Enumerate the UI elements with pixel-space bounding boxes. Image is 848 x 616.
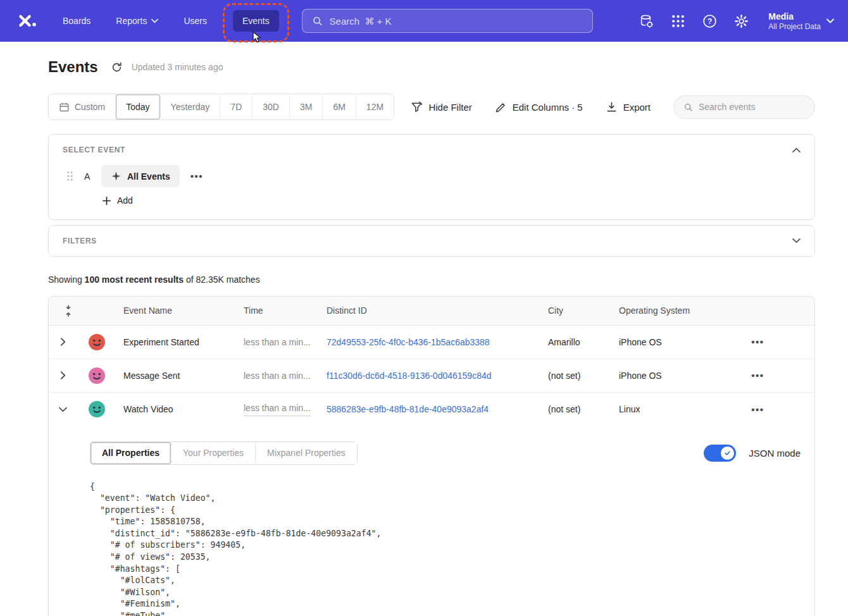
table-row[interactable]: Experiment Started less than a min... 72… bbox=[49, 326, 814, 359]
drag-handle-icon[interactable] bbox=[66, 171, 73, 182]
chevron-up-icon[interactable] bbox=[792, 147, 801, 153]
col-header-os: Operating System bbox=[613, 305, 708, 316]
tab-mixpanel-properties[interactable]: Mixpanel Properties bbox=[256, 442, 357, 464]
nav-item-boards[interactable]: Boards bbox=[53, 10, 100, 32]
data-management-icon[interactable] bbox=[639, 14, 654, 28]
search-events-field[interactable] bbox=[673, 95, 815, 119]
edit-columns-label: Edit Columns · 5 bbox=[513, 102, 583, 113]
row-more-button[interactable]: ••• bbox=[751, 336, 764, 347]
collapse-all-icon[interactable] bbox=[64, 305, 73, 317]
controls-row: Custom Today Yesterday 7D 30D 3M 6M 12M … bbox=[48, 94, 815, 120]
page-header: Events Updated 3 minutes ago bbox=[48, 58, 815, 76]
event-row-label: A bbox=[84, 171, 90, 182]
apps-grid-icon[interactable] bbox=[671, 14, 685, 28]
filters-header[interactable]: FILTERS bbox=[49, 226, 814, 256]
chevron-down-icon[interactable] bbox=[59, 405, 67, 414]
event-selector-chip[interactable]: All Events bbox=[101, 165, 180, 187]
page-title: Events bbox=[48, 58, 98, 76]
nav-item-boards-label: Boards bbox=[63, 16, 90, 26]
json-mode-toggle[interactable] bbox=[704, 445, 736, 462]
date-30d-label: 30D bbox=[263, 102, 279, 112]
properties-tabs: All Properties Your Properties Mixpanel … bbox=[90, 441, 358, 465]
navbar-search-input[interactable] bbox=[330, 16, 583, 27]
project-switcher[interactable]: Media All Project Data bbox=[768, 11, 834, 31]
date-6m-button[interactable]: 6M bbox=[323, 94, 356, 120]
cell-event-name: Message Sent bbox=[117, 371, 237, 381]
mixpanel-logo-icon[interactable] bbox=[18, 13, 37, 28]
chevron-down-icon[interactable] bbox=[792, 238, 801, 243]
refresh-icon[interactable] bbox=[111, 61, 123, 73]
row-more-button[interactable]: ••• bbox=[751, 370, 764, 381]
cell-time: less than a min... bbox=[237, 371, 320, 381]
table-row[interactable]: Message Sent less than a min... f11c30d6… bbox=[49, 359, 814, 393]
cell-event-name: Experiment Started bbox=[117, 337, 237, 347]
cell-time: less than a min... bbox=[244, 403, 311, 416]
cell-city: (not set) bbox=[542, 371, 613, 381]
svg-text:?: ? bbox=[708, 16, 713, 25]
project-scope: All Project Data bbox=[768, 22, 821, 31]
nav-item-users-label: Users bbox=[184, 16, 207, 26]
export-button[interactable]: Export bbox=[606, 101, 651, 113]
avatar bbox=[89, 367, 105, 384]
table-row-expanded[interactable]: Watch Video less than a min... 5886283e-… bbox=[49, 393, 814, 426]
nav-item-events[interactable]: Events bbox=[233, 10, 279, 32]
add-event-button[interactable]: Add bbox=[102, 195, 133, 206]
col-header-time: Time bbox=[237, 305, 320, 316]
cell-event-name: Watch Video bbox=[117, 404, 237, 414]
date-30d-button[interactable]: 30D bbox=[253, 94, 290, 120]
hide-filter-label: Hide Filter bbox=[428, 102, 471, 113]
help-icon[interactable]: ? bbox=[702, 14, 717, 28]
download-icon bbox=[606, 101, 618, 113]
event-more-button[interactable]: ••• bbox=[190, 171, 203, 182]
avatar bbox=[89, 334, 105, 350]
avatar bbox=[89, 401, 105, 417]
hide-filter-button[interactable]: Hide Filter bbox=[411, 101, 471, 113]
date-12m-button[interactable]: 12M bbox=[356, 94, 394, 120]
cell-os: Linux bbox=[613, 404, 708, 414]
cell-distinct-id-link[interactable]: 72d49553-25fc-4f0c-b436-1b5ac6ab3388 bbox=[320, 337, 542, 347]
date-7d-button[interactable]: 7D bbox=[220, 94, 253, 120]
json-mode-group: JSON mode bbox=[704, 445, 801, 462]
nav-item-reports[interactable]: Reports bbox=[106, 10, 168, 32]
settings-gear-icon[interactable] bbox=[734, 14, 749, 28]
date-yesterday-button[interactable]: Yesterday bbox=[161, 94, 221, 120]
chevron-right-icon[interactable] bbox=[59, 371, 67, 379]
date-yesterday-label: Yesterday bbox=[171, 102, 210, 112]
event-query-row: A All Events ••• bbox=[49, 165, 814, 187]
toggle-knob bbox=[721, 447, 734, 460]
cursor-icon bbox=[252, 31, 263, 44]
col-header-city: City bbox=[542, 305, 613, 316]
select-event-header[interactable]: SELECT EVENT bbox=[49, 135, 814, 165]
search-events-input[interactable] bbox=[699, 102, 805, 112]
cell-os: iPhone OS bbox=[613, 371, 708, 381]
row-more-button[interactable]: ••• bbox=[751, 404, 764, 415]
cell-distinct-id-link[interactable]: f11c30d6-dc6d-4518-9136-0d046159c84d bbox=[320, 371, 542, 381]
date-custom-button[interactable]: Custom bbox=[49, 94, 116, 120]
nav-item-reports-label: Reports bbox=[116, 16, 147, 26]
nav-item-users[interactable]: Users bbox=[174, 10, 216, 32]
filters-title: FILTERS bbox=[63, 237, 97, 245]
event-detail-panel: All Properties Your Properties Mixpanel … bbox=[49, 426, 814, 616]
date-12m-label: 12M bbox=[366, 102, 383, 112]
chevron-right-icon[interactable] bbox=[59, 338, 67, 346]
cell-distinct-id-link[interactable]: 5886283e-e9fb-48fb-81de-40e9093a2af4 bbox=[320, 404, 542, 414]
tab-all-properties[interactable]: All Properties bbox=[90, 442, 171, 464]
navbar-search[interactable] bbox=[302, 9, 593, 33]
cell-time: less than a min... bbox=[237, 337, 320, 347]
col-header-distinct-id: Distinct ID bbox=[320, 305, 542, 316]
event-sparkle-icon bbox=[111, 171, 122, 182]
date-today-button[interactable]: Today bbox=[116, 94, 160, 120]
nav-item-events-label: Events bbox=[242, 16, 270, 26]
export-label: Export bbox=[623, 102, 651, 113]
toolbar: Hide Filter Edit Columns · 5 Export bbox=[411, 95, 815, 119]
tab-your-properties[interactable]: Your Properties bbox=[171, 442, 256, 464]
navbar-left: Boards Reports Users Events bbox=[14, 10, 279, 32]
results-summary: Showing 100 most recent results of 82.35… bbox=[48, 274, 815, 285]
date-3m-button[interactable]: 3M bbox=[290, 94, 323, 120]
search-icon bbox=[683, 102, 693, 113]
main-content: Events Updated 3 minutes ago Custom Toda… bbox=[0, 58, 848, 616]
detail-header: All Properties Your Properties Mixpanel … bbox=[90, 441, 801, 465]
plus-icon bbox=[102, 196, 111, 206]
event-json-view: { "event": "Watch Video", "properties": … bbox=[90, 481, 801, 616]
edit-columns-button[interactable]: Edit Columns · 5 bbox=[495, 101, 583, 113]
